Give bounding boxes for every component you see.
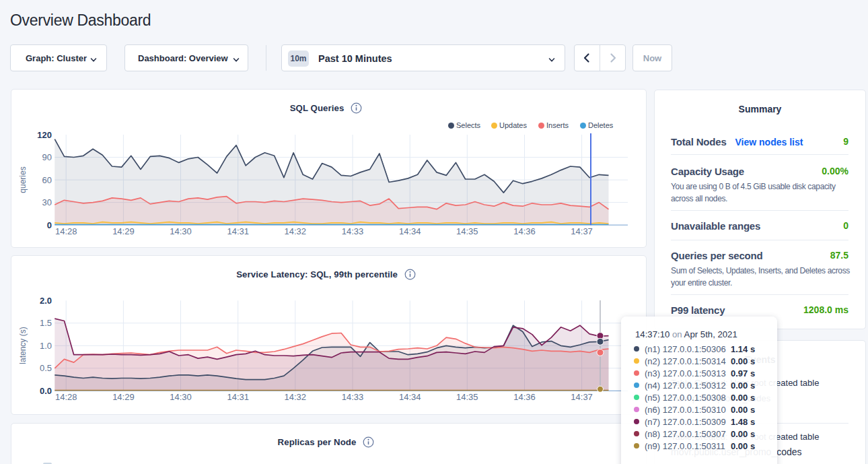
svg-text:60: 60 — [42, 175, 52, 185]
svg-text:14:37: 14:37 — [571, 392, 593, 402]
svg-text:14:35: 14:35 — [456, 392, 478, 402]
svg-text:14:28: 14:28 — [55, 392, 77, 402]
svg-text:0.0: 0.0 — [40, 386, 52, 396]
svg-text:0: 0 — [47, 220, 52, 230]
svg-text:0.5: 0.5 — [40, 363, 52, 373]
svg-text:1.0: 1.0 — [40, 341, 52, 351]
svg-text:2.0: 2.0 — [40, 296, 52, 306]
svg-text:14:34: 14:34 — [399, 392, 421, 402]
svg-text:14:31: 14:31 — [227, 392, 249, 402]
svg-text:14:28: 14:28 — [55, 226, 77, 236]
svg-text:14:33: 14:33 — [342, 226, 364, 236]
svg-text:14:34: 14:34 — [399, 226, 421, 236]
svg-text:14:32: 14:32 — [285, 392, 307, 402]
svg-text:queries: queries — [18, 166, 28, 193]
svg-text:14:32: 14:32 — [285, 226, 307, 236]
svg-text:14:30: 14:30 — [170, 226, 192, 236]
svg-text:14:29: 14:29 — [112, 392, 135, 402]
svg-text:90: 90 — [42, 152, 52, 162]
svg-text:14:29: 14:29 — [112, 226, 135, 236]
svg-text:14:31: 14:31 — [227, 226, 249, 236]
svg-text:14:33: 14:33 — [342, 392, 364, 402]
svg-text:14:36: 14:36 — [513, 392, 536, 402]
svg-text:14:36: 14:36 — [513, 226, 536, 236]
svg-text:120: 120 — [37, 130, 52, 140]
svg-text:1.5: 1.5 — [40, 318, 52, 328]
svg-text:14:37: 14:37 — [571, 226, 593, 236]
svg-text:14:35: 14:35 — [456, 226, 478, 236]
svg-text:30: 30 — [42, 197, 52, 207]
svg-text:14:30: 14:30 — [170, 392, 192, 402]
svg-text:latency (s): latency (s) — [18, 327, 28, 364]
